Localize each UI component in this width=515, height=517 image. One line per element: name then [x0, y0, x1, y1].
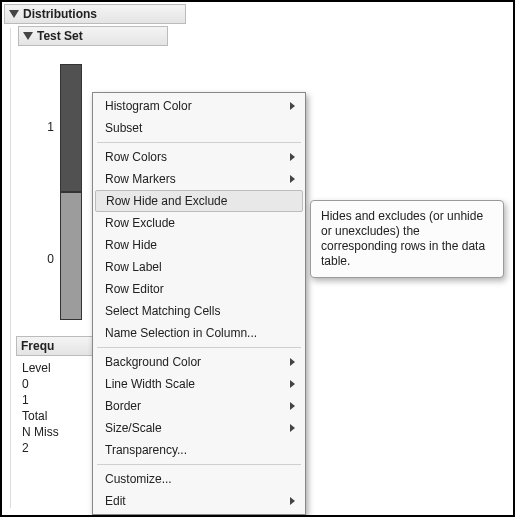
- freq-row: Total: [22, 408, 96, 424]
- menu-item-name-selection-in-column[interactable]: Name Selection in Column...: [93, 322, 305, 344]
- testset-title: Test Set: [37, 29, 83, 43]
- frequencies-header[interactable]: Frequ: [16, 336, 96, 356]
- menu-item-label: Edit: [105, 494, 126, 508]
- menu-item-label: Name Selection in Column...: [105, 326, 257, 340]
- menu-item-label: Transparency...: [105, 443, 187, 457]
- menu-item-transparency[interactable]: Transparency...: [93, 439, 305, 461]
- submenu-arrow-icon: [290, 358, 295, 366]
- menu-item-subset[interactable]: Subset: [93, 117, 305, 139]
- menu-item-label: Subset: [105, 121, 142, 135]
- menu-item-size-scale[interactable]: Size/Scale: [93, 417, 305, 439]
- axis-tick: 0: [40, 252, 54, 266]
- menu-item-label: Row Exclude: [105, 216, 175, 230]
- menu-item-background-color[interactable]: Background Color: [93, 351, 305, 373]
- freq-row: Level: [22, 360, 96, 376]
- submenu-arrow-icon: [290, 497, 295, 505]
- histogram-bar-1[interactable]: [60, 64, 82, 192]
- freq-row: 0: [22, 376, 96, 392]
- menu-item-label: Row Hide and Exclude: [106, 194, 227, 208]
- menu-item-label: Row Hide: [105, 238, 157, 252]
- menu-item-label: Row Label: [105, 260, 162, 274]
- menu-item-line-width-scale[interactable]: Line Width Scale: [93, 373, 305, 395]
- frequencies-panel: Frequ Level 0 1 Total N Miss 2: [16, 336, 96, 456]
- menu-item-label: Line Width Scale: [105, 377, 195, 391]
- context-menu[interactable]: Histogram ColorSubsetRow ColorsRow Marke…: [92, 92, 306, 515]
- submenu-arrow-icon: [290, 402, 295, 410]
- frequencies-title: Frequ: [21, 339, 54, 353]
- menu-item-border[interactable]: Border: [93, 395, 305, 417]
- menu-separator: [97, 464, 301, 465]
- disclosure-triangle-icon[interactable]: [9, 10, 19, 18]
- submenu-arrow-icon: [290, 153, 295, 161]
- menu-item-row-label[interactable]: Row Label: [93, 256, 305, 278]
- menu-item-label: Histogram Color: [105, 99, 192, 113]
- frequencies-rows: Level 0 1 Total N Miss 2: [16, 356, 96, 456]
- menu-item-row-colors[interactable]: Row Colors: [93, 146, 305, 168]
- freq-row: 1: [22, 392, 96, 408]
- menu-separator: [97, 142, 301, 143]
- axis-tick: 1: [40, 120, 54, 134]
- menu-item-row-hide[interactable]: Row Hide: [93, 234, 305, 256]
- disclosure-triangle-icon[interactable]: [23, 32, 33, 40]
- menu-item-select-matching-cells[interactable]: Select Matching Cells: [93, 300, 305, 322]
- menu-item-label: Size/Scale: [105, 421, 162, 435]
- submenu-arrow-icon: [290, 380, 295, 388]
- distributions-header[interactable]: Distributions: [4, 4, 186, 24]
- menu-item-histogram-color[interactable]: Histogram Color: [93, 95, 305, 117]
- menu-item-row-markers[interactable]: Row Markers: [93, 168, 305, 190]
- freq-row: 2: [22, 440, 96, 456]
- menu-item-edit[interactable]: Edit: [93, 490, 305, 512]
- tooltip: Hides and excludes (or unhide or unexclu…: [310, 200, 504, 278]
- menu-item-row-hide-and-exclude[interactable]: Row Hide and Exclude: [95, 190, 303, 212]
- tooltip-text: Hides and excludes (or unhide or unexclu…: [321, 209, 485, 268]
- menu-item-label: Customize...: [105, 472, 172, 486]
- menu-item-label: Background Color: [105, 355, 201, 369]
- menu-item-label: Row Markers: [105, 172, 176, 186]
- menu-item-label: Border: [105, 399, 141, 413]
- menu-item-label: Select Matching Cells: [105, 304, 220, 318]
- menu-item-label: Row Editor: [105, 282, 164, 296]
- menu-item-label: Row Colors: [105, 150, 167, 164]
- submenu-arrow-icon: [290, 175, 295, 183]
- submenu-arrow-icon: [290, 424, 295, 432]
- testset-header[interactable]: Test Set: [18, 26, 168, 46]
- distributions-title: Distributions: [23, 7, 97, 21]
- menu-item-customize[interactable]: Customize...: [93, 468, 305, 490]
- freq-row: N Miss: [22, 424, 96, 440]
- menu-item-row-editor[interactable]: Row Editor: [93, 278, 305, 300]
- histogram-bar-0[interactable]: [60, 192, 82, 320]
- outline-guide: [10, 28, 11, 508]
- menu-item-row-exclude[interactable]: Row Exclude: [93, 212, 305, 234]
- submenu-arrow-icon: [290, 102, 295, 110]
- menu-separator: [97, 347, 301, 348]
